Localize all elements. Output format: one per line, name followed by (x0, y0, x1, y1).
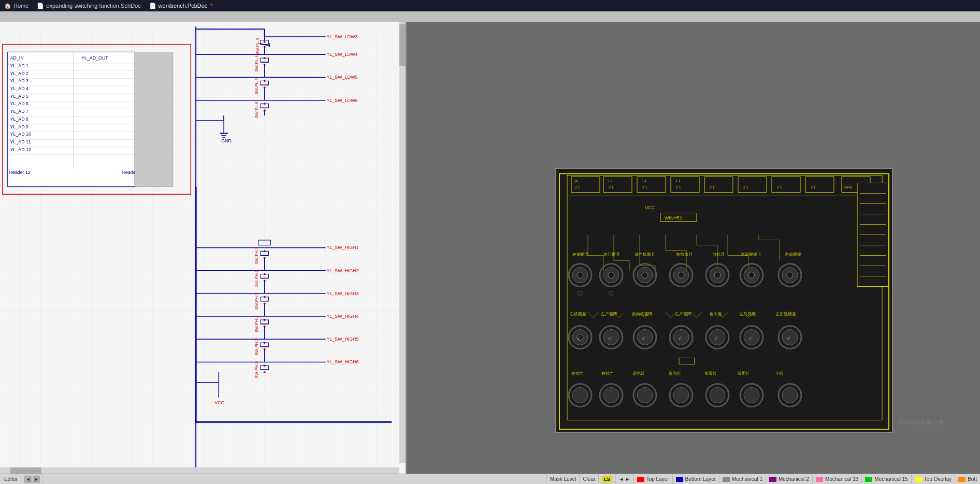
nav-left-button[interactable]: ◄ (24, 476, 32, 483)
svg-text:左后视镜: 左后视镜 (785, 252, 801, 257)
svg-text:近光灯: 近光灯 (669, 371, 681, 376)
svg-text:自向差: 自向差 (710, 312, 722, 316)
mask-level-area: Mask Level (546, 474, 580, 484)
svg-point-278 (748, 272, 755, 278)
svg-point-322 (572, 388, 588, 403)
pcbdoc-icon: 📄 (149, 3, 156, 9)
svg-text:YL_SW_HIGH1: YL_SW_HIGH1 (327, 245, 359, 250)
bottom-layer-button[interactable]: Bottom Layer (672, 474, 719, 484)
mechanical2-color (769, 477, 776, 482)
svg-text:SW-PL-4: SW-PL-4 (254, 55, 259, 71)
svg-point-266 (608, 272, 614, 278)
svg-text:前向机窗降: 前向机窗降 (632, 312, 653, 316)
schdoc-title[interactable]: 📄 expanding switching function.SchDoc (37, 3, 140, 9)
bottom-overlay-layer-button[interactable]: Bott (955, 474, 980, 484)
svg-text:J4: J4 (574, 179, 578, 183)
svg-point-334 (782, 388, 798, 403)
status-bar: Editor ◄ ► Mask Level Clear LS ◄ ► Top L… (0, 474, 980, 484)
svg-text:2  1: 2 1 (575, 185, 580, 189)
mechanical15-layer-button[interactable]: Mechanical 15 (861, 474, 911, 484)
svg-point-272 (678, 272, 684, 278)
svg-text:2  1: 2 1 (811, 185, 816, 189)
svg-text:前雾灯: 前雾灯 (704, 371, 717, 376)
svg-text:SW-PH-5: SW-PH-5 (254, 338, 259, 356)
svg-text:YL_AD 6: YL_AD 6 (10, 101, 28, 106)
svg-text:2  1: 2 1 (642, 185, 647, 189)
schematic-canvas: AD_IN YL_AD 1 YL_AD 2 YL_AD 3 YL_AD 4 YL… (0, 22, 399, 474)
svg-text:右前窗升: 右前窗升 (676, 252, 693, 257)
mechanical2-layer-button[interactable]: Mechanical 2 (766, 474, 812, 484)
mechanical1-color (723, 477, 730, 482)
scrollbar-thumb-v[interactable] (399, 24, 406, 66)
svg-text:CSDN@有缘小强: CSDN@有缘小强 (899, 419, 943, 425)
svg-text:YL_AD 12: YL_AD 12 (10, 147, 31, 152)
home-tab[interactable]: 🏠 Home (4, 3, 28, 9)
title-bar: 🏠 Home 📄 expanding switching function.Sc… (0, 0, 980, 11)
bottom-overlay-color (958, 477, 965, 482)
clear-button[interactable]: Clear (579, 474, 598, 484)
svg-text:左后视镜差: 左后视镜差 (775, 312, 796, 316)
svg-text:远光灯: 远光灯 (632, 371, 645, 376)
svg-text:YL_AD 9: YL_AD 9 (10, 124, 28, 129)
svg-point-330 (710, 388, 725, 403)
layer-nav[interactable]: ◄ ► (615, 474, 633, 484)
layer-nav-right-icon: ► (625, 476, 630, 482)
schematic-panel[interactable]: AD_IN YL_AD 1 YL_AD 2 YL_AD 3 YL_AD 4 YL… (0, 22, 407, 474)
top-layer-button[interactable]: Top Layer (633, 474, 672, 484)
vertical-scrollbar[interactable] (399, 22, 406, 463)
svg-text:Header 12: Header 12 (9, 170, 31, 175)
status-right-area: Mask Level Clear LS ◄ ► Top Layer Bottom… (546, 474, 980, 484)
top-layer-color (637, 477, 644, 482)
svg-text:↙: ↙ (787, 335, 791, 341)
svg-text:左后视镜下: 左后视镜下 (741, 252, 761, 257)
bottom-layer-color (676, 477, 683, 482)
svg-text:YL_AD 3: YL_AD 3 (10, 78, 28, 83)
svg-text:SW-PH-3: SW-PH-3 (254, 292, 259, 310)
ls-indicator: LS (598, 474, 615, 484)
pcb-panel[interactable]: J4 J 2 J 1 J 1 2 1 2 1 2 1 2 1 2 1 2 1 2… (407, 22, 980, 474)
svg-text:SW-PH-6: SW-PH-6 (254, 361, 259, 378)
svg-point-328 (673, 388, 689, 403)
svg-text:右机窗差: 右机窗差 (570, 312, 586, 316)
nav-right-button[interactable]: ► (33, 476, 40, 483)
svg-text:YL_SW_HIGH6: YL_SW_HIGH6 (327, 359, 359, 364)
svg-text:SW-PH-2: SW-PH-2 (254, 270, 259, 287)
svg-text:左后视镜: 左后视镜 (739, 312, 756, 316)
svg-text:YL_AD 2: YL_AD 2 (10, 71, 28, 76)
svg-text:YL_SW_LOW5: YL_SW_LOW5 (327, 75, 358, 80)
scrollbar-thumb-h[interactable] (10, 467, 41, 474)
svg-text:YL_AD 11: YL_AD 11 (10, 139, 31, 144)
mechanical13-layer-button[interactable]: Mechanical 13 (812, 474, 861, 484)
svg-text:YL_AD 4: YL_AD 4 (10, 86, 28, 91)
svg-point-281 (787, 272, 793, 278)
svg-text:↙: ↙ (642, 335, 646, 341)
svg-text:AD_IN: AD_IN (10, 55, 24, 61)
mechanical1-layer-button[interactable]: Mechanical 1 (719, 474, 766, 484)
svg-text:YL_SW_HIGH3: YL_SW_HIGH3 (327, 291, 359, 296)
svg-text:2  1: 2 1 (676, 185, 681, 189)
top-overlay-layer-button[interactable]: Top Overlay (911, 474, 955, 484)
layer-nav-left-icon: ◄ (619, 476, 624, 482)
svg-text:↙: ↙ (577, 335, 581, 341)
svg-text:YL_AD_OUT: YL_AD_OUT (81, 55, 108, 61)
svg-text:2  1: 2 1 (710, 185, 715, 189)
svg-text:YL_AD 5: YL_AD 5 (10, 94, 28, 99)
svg-point-263 (577, 272, 583, 278)
svg-text:↙: ↙ (748, 335, 753, 341)
top-overlay-color (915, 477, 922, 482)
svg-point-324 (603, 388, 619, 403)
mechanical15-color (865, 477, 872, 482)
pcbdoc-title[interactable]: 📄 workbench.PcbDoc * (149, 3, 213, 9)
svg-text:SW-PH-4: SW-PH-4 (254, 315, 259, 333)
dirty-indicator: * (210, 3, 212, 9)
svg-text:SW-PL-5: SW-PL-5 (254, 78, 259, 95)
horizontal-scrollbar[interactable] (0, 467, 399, 474)
svg-text:YL_AD 7: YL_AD 7 (10, 109, 28, 114)
svg-point-269 (642, 272, 648, 278)
svg-text:后雾灯: 后雾灯 (737, 371, 750, 376)
svg-text:右户窗降: 右户窗降 (675, 312, 691, 316)
svg-text:YL_AD 8: YL_AD 8 (10, 116, 28, 122)
svg-text:J 1: J 1 (642, 179, 646, 183)
svg-text:2  1: 2 1 (777, 185, 782, 189)
svg-point-326 (637, 388, 653, 403)
